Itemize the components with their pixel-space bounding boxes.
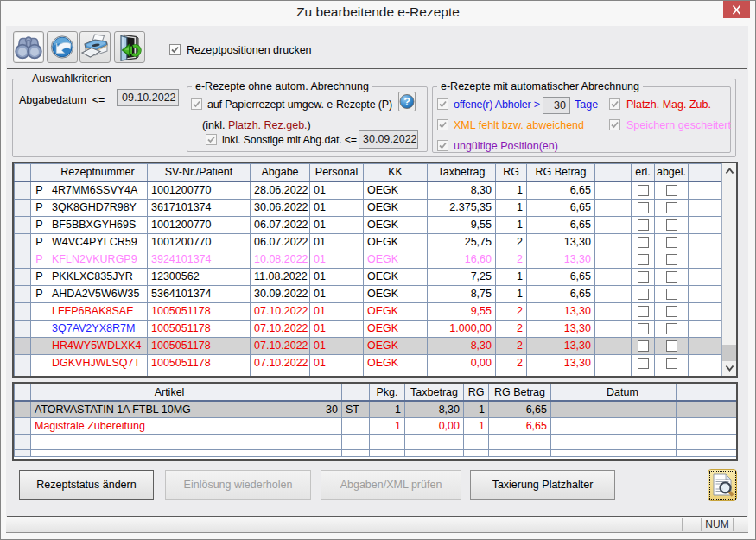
svg-text:?: ? (403, 96, 410, 108)
